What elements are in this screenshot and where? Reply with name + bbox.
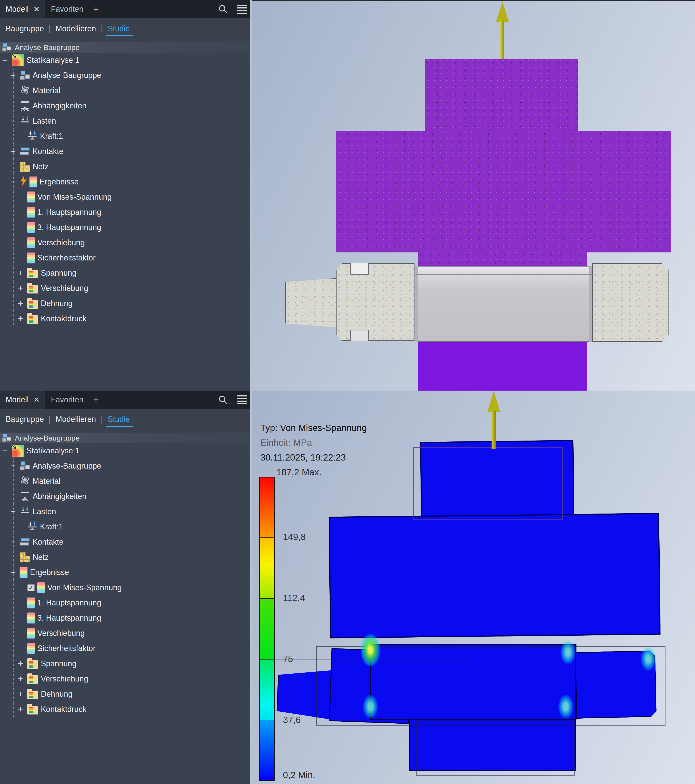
tree-node-label: Kontaktdruck xyxy=(41,314,86,323)
tree-node[interactable]: +Spannung xyxy=(0,656,252,671)
tree-node[interactable]: 3. Hauptspannung xyxy=(0,610,252,626)
tree-node[interactable]: −Ergebnisse xyxy=(0,565,252,580)
tree-root-node[interactable]: Analyse-Baugruppe xyxy=(0,42,252,53)
tab-label: Modell xyxy=(6,5,29,14)
expand-toggle[interactable]: + xyxy=(16,298,25,309)
tree-node-label: 3. Hauptspannung xyxy=(37,223,101,232)
tree-node[interactable]: +Dehnung xyxy=(0,296,252,311)
tab-favoriten[interactable]: Favoriten xyxy=(45,390,89,409)
tree-node[interactable]: Material xyxy=(0,474,252,489)
tree-node[interactable]: +Verschiebung xyxy=(0,671,252,687)
tree-node[interactable]: −Ergebnisse xyxy=(0,174,252,189)
panel-splitter[interactable] xyxy=(250,0,252,390)
expand-toggle[interactable]: + xyxy=(16,268,25,278)
viewport-3d-bottom[interactable]: Typ: Von Mises-Spannung Einheit: MPa 30.… xyxy=(252,390,695,784)
expand-toggle[interactable]: + xyxy=(9,70,17,81)
static-analysis-icon: ↘ xyxy=(12,54,24,66)
collapse-toggle[interactable]: − xyxy=(9,176,17,187)
tree-node[interactable]: +Spannung xyxy=(0,265,252,281)
viewport-3d-top[interactable] xyxy=(252,0,695,390)
expand-toggle[interactable]: + xyxy=(9,146,17,156)
breadcrumb-item-baugruppe[interactable]: Baugruppe xyxy=(5,24,45,33)
tree-node[interactable]: Verschiebung xyxy=(0,235,252,250)
expand-toggle[interactable]: + xyxy=(16,704,25,715)
expand-toggle[interactable]: + xyxy=(9,537,17,547)
collapse-toggle[interactable]: − xyxy=(0,446,9,456)
tab-modell[interactable]: Modell ✕ xyxy=(0,390,45,409)
menu-icon[interactable] xyxy=(237,390,247,409)
material-icon xyxy=(20,475,30,487)
undeformed-outline-bottom xyxy=(416,720,575,776)
lightning-icon xyxy=(20,176,27,188)
tree-node[interactable]: −Lasten xyxy=(0,504,252,519)
tab-favoriten[interactable]: Favoriten xyxy=(45,0,89,18)
search-icon[interactable] xyxy=(218,390,228,409)
browser-tab-bar: Modell ✕ Favoriten + xyxy=(0,0,252,18)
visibility-checkbox[interactable]: ✓ xyxy=(27,584,35,591)
search-icon[interactable] xyxy=(218,0,228,18)
part-upper-tier2 xyxy=(336,131,671,252)
close-icon[interactable]: ✕ xyxy=(33,395,40,404)
tree-node[interactable]: 1. Hauptspannung xyxy=(0,205,252,220)
browser-filter-bar: Baugruppe|Modellieren|Studie xyxy=(0,409,252,430)
breadcrumb-item-baugruppe[interactable]: Baugruppe xyxy=(5,415,45,424)
breadcrumb-item-modellieren[interactable]: Modellieren xyxy=(55,24,97,33)
result-datetime-label: 30.11.2025, 19:22:23 xyxy=(260,452,346,463)
tree-node[interactable]: −↘Statikanalyse:1 xyxy=(0,53,252,68)
tree-node[interactable]: Abhängigkeiten xyxy=(0,489,252,504)
stress-hotspot xyxy=(641,647,656,671)
assembly-icon xyxy=(20,71,30,80)
tree-node[interactable]: +Kontakte xyxy=(0,144,252,159)
expand-toggle[interactable]: + xyxy=(16,283,25,293)
expand-toggle[interactable]: + xyxy=(16,674,25,684)
tree-node[interactable]: +Dehnung xyxy=(0,687,252,702)
tree-node[interactable]: Netz xyxy=(0,550,252,565)
tree-node-label: Kontaktdruck xyxy=(41,705,86,714)
bolt-left-tang xyxy=(285,278,337,328)
expand-toggle[interactable]: + xyxy=(16,313,25,324)
tree-node[interactable]: Material xyxy=(0,83,252,98)
legend-tick-label: 149,8 xyxy=(283,532,306,542)
tree-node[interactable]: 3. Hauptspannung xyxy=(0,220,252,235)
scale-segment xyxy=(260,599,274,659)
breadcrumb-item-studie[interactable]: Studie xyxy=(107,415,131,424)
tree-node[interactable]: +Kontaktdruck xyxy=(0,702,252,717)
part-upper-tier1 xyxy=(425,59,578,131)
tree-node[interactable]: −Lasten xyxy=(0,114,252,128)
collapse-toggle[interactable]: − xyxy=(9,567,17,578)
tree-node[interactable]: Kraft:1 xyxy=(0,128,252,144)
tree-root-node[interactable]: Analyse-Baugruppe xyxy=(0,433,252,443)
tree-node[interactable]: +Kontakte xyxy=(0,534,252,550)
tree-node[interactable]: Netz xyxy=(0,159,252,174)
tree-node[interactable]: Von Mises-Spannung xyxy=(0,189,252,205)
tree-node-label: Netz xyxy=(33,553,49,562)
breadcrumb-item-modellieren[interactable]: Modellieren xyxy=(55,415,97,424)
collapse-toggle[interactable]: − xyxy=(9,116,17,126)
close-icon[interactable]: ✕ xyxy=(33,5,40,13)
expand-toggle[interactable]: + xyxy=(16,689,25,699)
collapse-toggle[interactable]: − xyxy=(0,55,9,65)
collapse-toggle[interactable]: − xyxy=(9,506,17,517)
menu-icon[interactable] xyxy=(237,0,247,18)
add-tab-button[interactable]: + xyxy=(89,390,103,409)
tree-node[interactable]: +Kontaktdruck xyxy=(0,311,252,326)
tree-node[interactable]: 1. Hauptspannung xyxy=(0,595,252,610)
tree-node[interactable]: Sicherheitsfaktor xyxy=(0,641,252,656)
add-tab-button[interactable]: + xyxy=(89,0,103,18)
tree-node[interactable]: −↘Statikanalyse:1 xyxy=(0,443,252,458)
tab-modell[interactable]: Modell ✕ xyxy=(0,0,45,18)
tree-node[interactable]: +Verschiebung xyxy=(0,281,252,296)
tree-node[interactable]: Abhängigkeiten xyxy=(0,98,252,114)
result-plot-icon xyxy=(27,598,35,608)
tree-node[interactable]: Sicherheitsfaktor xyxy=(0,250,252,265)
tree-node[interactable]: +Analyse-Baugruppe xyxy=(0,458,252,474)
breadcrumb-item-studie[interactable]: Studie xyxy=(107,24,131,33)
expand-toggle[interactable]: + xyxy=(9,461,17,471)
tree-node-label: Sicherheitsfaktor xyxy=(37,644,95,653)
tree-node[interactable]: +Analyse-Baugruppe xyxy=(0,68,252,83)
tree-node[interactable]: Kraft:1 xyxy=(0,519,252,534)
expand-toggle[interactable]: + xyxy=(16,659,25,669)
panel-splitter[interactable] xyxy=(250,390,252,784)
tree-node[interactable]: Verschiebung xyxy=(0,626,252,641)
tree-node[interactable]: ✓Von Mises-Spannung xyxy=(0,580,252,595)
